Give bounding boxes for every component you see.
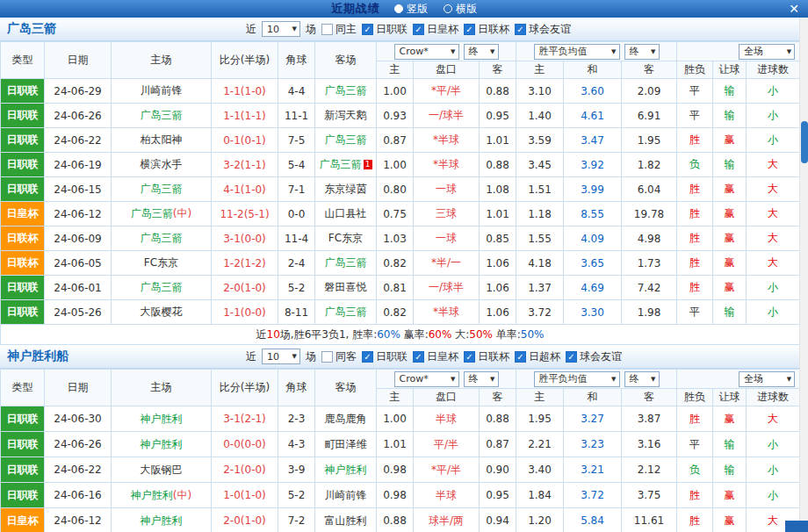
- scrollbar-thumb[interactable]: [801, 121, 808, 163]
- panel-title: 近期战绩: [331, 1, 380, 17]
- league-checkbox[interactable]: ✓ 球会友谊: [566, 349, 622, 364]
- type-badge: 日联杯: [1, 251, 45, 276]
- handicap-odds-header: Crow*▼ 终▼: [377, 42, 516, 61]
- final-wdl-select[interactable]: 终▼: [624, 44, 660, 60]
- odds-average-select[interactable]: 胜平负均值▼: [534, 371, 620, 387]
- close-icon[interactable]: ✕: [789, 0, 799, 18]
- col-date: 日期: [45, 370, 112, 406]
- league-checkbox[interactable]: ✓ 日皇杯: [413, 349, 458, 364]
- bookmaker-select[interactable]: Crow*▼: [394, 44, 459, 60]
- lose-odds-cell: 3.87: [622, 406, 677, 432]
- col-handicap-home: 主: [377, 61, 414, 79]
- away-team: 町田泽维: [315, 432, 377, 457]
- bookmaker-select[interactable]: Crow*▼: [394, 371, 459, 387]
- draw-odds-cell: 3.27: [564, 406, 622, 432]
- col-away: 客场: [315, 370, 377, 406]
- league-checkbox[interactable]: ✓ 日职联: [362, 349, 408, 364]
- check-icon: ✓: [465, 25, 473, 34]
- handicap-cell: *半/一: [414, 251, 480, 276]
- corners-cell: 0-0: [278, 202, 315, 226]
- league-label: 球会友谊: [580, 349, 622, 364]
- col-home: 主场: [112, 42, 212, 79]
- near-label: 近: [246, 349, 256, 364]
- handicap-cell: 三球: [414, 202, 480, 226]
- radio-selected-icon: [394, 4, 403, 13]
- radio-vertical-layout[interactable]: 竖版: [394, 2, 428, 17]
- league-checkbox[interactable]: ✓ 日联杯: [464, 22, 509, 37]
- odds-average-select[interactable]: 胜平负均值▼: [534, 44, 620, 60]
- away-team-name: 广岛三箭: [325, 84, 367, 97]
- table-row: 日职联 24-06-30 神户胜利 3-1(2-1) 2-3 鹿岛鹿角 1.00…: [1, 406, 800, 432]
- league-label: 日职联: [376, 349, 408, 364]
- table-row: 日职联 24-06-15 广岛三箭 4-1(1-0) 7-1 东京绿茵 0.80…: [1, 177, 800, 202]
- goals-cell: 小: [747, 276, 800, 300]
- date-cell: 24-06-01: [45, 276, 112, 300]
- handicap-result-cell: 输: [713, 104, 747, 128]
- kobe-results-table: 类型 日期 主场 比分(半场) 角球 客场 Crow*▼ 终▼ 胜平负均值▼ 终…: [0, 369, 800, 532]
- same-away-checkbox[interactable]: 同客: [321, 349, 357, 364]
- near-label: 近: [246, 22, 256, 37]
- handicap-cell: *半球: [414, 300, 480, 325]
- checkbox-checked-icon: ✓: [362, 351, 373, 363]
- result-cell: 胜: [677, 177, 713, 202]
- final-wdl-select[interactable]: 终▼: [624, 371, 660, 387]
- scope-select[interactable]: 全场▼: [739, 371, 795, 387]
- chevron-down-icon: ▼: [292, 25, 297, 32]
- date-cell: 24-06-09: [45, 226, 112, 251]
- league-checkbox[interactable]: ✓ 日职联: [362, 22, 408, 37]
- summary-segment: 近: [256, 328, 267, 341]
- radio-horizontal-layout[interactable]: 横版: [444, 2, 477, 17]
- league-checkbox[interactable]: ✓ 日皇杯: [413, 22, 458, 37]
- match-count-value: 10: [267, 351, 279, 363]
- check-icon: ✓: [415, 25, 422, 34]
- league-checkbox[interactable]: ✓ 日超杯: [515, 349, 560, 364]
- check-icon: ✓: [364, 25, 371, 34]
- league-checkbox[interactable]: ✓ 日联杯: [464, 349, 509, 364]
- score-cell: 11-2(5-1): [212, 202, 278, 226]
- match-count-select[interactable]: 10 ▼: [262, 21, 300, 37]
- col-corner: 角球: [278, 42, 315, 79]
- away-team-name: 山口县社: [325, 207, 367, 219]
- draw-odds-cell: 4.09: [564, 226, 622, 251]
- scrollbar[interactable]: [799, 18, 808, 532]
- type-badge: 日职联: [1, 104, 45, 128]
- lose-odds-cell: 1.95: [622, 128, 677, 153]
- check-icon: ✓: [516, 25, 523, 34]
- win-odds-cell: 1.55: [516, 226, 564, 251]
- section-header-kobe: 神户胜利船 近 10 ▼ 场 同客 ✓ 日职联 ✓ 日皇杯 ✓: [0, 345, 799, 369]
- summary-segment: 单率:: [493, 328, 521, 341]
- match-count-select[interactable]: 10 ▼: [262, 349, 300, 364]
- league-checkbox[interactable]: ✓ 球会友谊: [515, 22, 571, 37]
- home-handicap-odds-cell: 0.82: [377, 300, 414, 325]
- home-handicap-odds-cell: 1.03: [377, 226, 414, 251]
- handicap-cell: 一球: [414, 226, 480, 251]
- home-team-name: 广岛三箭: [141, 109, 183, 121]
- final-wdl-value: 终: [630, 372, 639, 385]
- lose-odds-cell: 19.78: [622, 202, 677, 226]
- filter-bar: 近 10 ▼ 场 同客 ✓ 日职联 ✓ 日皇杯 ✓ 日联杯: [246, 349, 622, 364]
- draw-odds-cell: 3.65: [564, 251, 622, 276]
- away-handicap-odds-cell: 0.95: [480, 104, 516, 128]
- check-icon: ✓: [516, 352, 523, 362]
- same-away-label: 同客: [335, 349, 357, 364]
- final-odds-select[interactable]: 终▼: [464, 371, 499, 387]
- handicap-result-cell: 赢: [713, 483, 747, 508]
- col-draw: 和: [564, 61, 622, 79]
- score-cell: 2-0(1-0): [212, 508, 278, 532]
- table-row: 日职联 24-06-26 广岛三箭 1-1(1-1) 11-1 新泻天鹅 0.9…: [1, 104, 800, 128]
- home-team: 神户胜利: [112, 432, 212, 457]
- check-icon: ✓: [567, 352, 574, 362]
- final-odds-select[interactable]: 终▼: [464, 44, 499, 60]
- titlebar-center: 近期战绩 竖版 横版: [0, 1, 808, 17]
- date-cell: 24-06-16: [45, 483, 112, 508]
- same-home-checkbox[interactable]: 同主: [321, 22, 357, 37]
- away-team: 富山胜利: [315, 508, 377, 532]
- scope-select[interactable]: 全场▼: [739, 44, 795, 60]
- league-filter-list: ✓ 日职联 ✓ 日皇杯 ✓ 日联杯 ✓ 日超杯 ✓ 球会友谊: [362, 349, 622, 364]
- summary-segment: 60%: [429, 328, 452, 341]
- table-row: 日皇杯 24-06-12 广岛三箭(中) 11-2(5-1) 0-0 山口县社 …: [1, 202, 800, 226]
- date-cell: 24-06-22: [45, 457, 112, 483]
- win-odds-cell: 4.18: [516, 251, 564, 276]
- home-handicap-odds-cell: 0.93: [377, 104, 414, 128]
- chevron-down-icon: ▼: [611, 48, 616, 55]
